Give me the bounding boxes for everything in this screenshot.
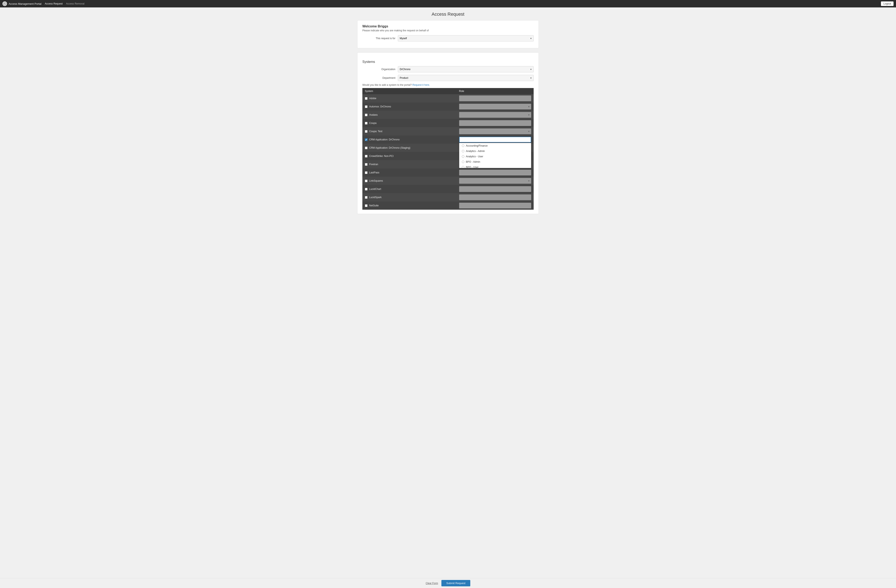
system-checkbox[interactable]	[365, 122, 367, 125]
table-row: CRM Application: DrChronoAccounting/Fina…	[363, 135, 533, 144]
table-row: Avalara▼	[363, 111, 533, 119]
system-checkbox[interactable]	[365, 204, 367, 207]
systems-card: Systems Organization DrChrono ▼ Departme…	[357, 52, 539, 214]
logout-button[interactable]: Logout	[881, 2, 893, 6]
role-select[interactable]	[459, 112, 531, 118]
role-select-wrapper: ▼	[459, 112, 531, 118]
dropdown-item-label: Accounting/Finance	[466, 144, 488, 147]
role-bar	[459, 96, 531, 101]
request-system-link[interactable]: Request it here.	[413, 84, 430, 87]
dropdown-popup-inner: Accounting/FinanceAnalytics - AdminAnaly…	[459, 143, 531, 168]
system-name: LastPass	[369, 171, 379, 174]
role-bar	[459, 170, 531, 175]
welcome-card: Welcome Briggs Please indicate who you a…	[357, 20, 539, 48]
systems-table: System Role AdobeAutomox: DrChrono▼Avala…	[363, 88, 533, 210]
role-select[interactable]	[459, 104, 531, 109]
system-checkbox[interactable]	[365, 155, 367, 158]
role-cell: ▼	[457, 111, 534, 119]
request-for-row: This request is for Myself Someone else …	[363, 35, 533, 41]
request-for-label: This request is for	[363, 37, 395, 40]
dropdown-item[interactable]: BPO - User	[459, 164, 531, 168]
system-cell: CRM Application: DrChrono (Staging)	[363, 144, 457, 152]
role-cell	[457, 193, 534, 201]
system-check-wrapper: Adobe	[365, 97, 454, 100]
dropdown-radio-icon	[462, 166, 464, 168]
table-row: NetSuite	[363, 201, 533, 210]
crm-role-input[interactable]	[459, 137, 531, 143]
dropdown-item-label: Analytics - Admin	[466, 150, 485, 153]
system-name: LucidSpark	[369, 196, 382, 199]
request-for-select[interactable]: Myself Someone else	[398, 35, 533, 41]
system-cell: LastPass	[363, 169, 457, 177]
system-check-wrapper: CrowdStrike: Non-PCI	[365, 155, 454, 158]
system-name: Adobe	[369, 97, 376, 100]
role-cell	[457, 169, 534, 177]
dept-row: Department Product Engineering Finance ▼	[363, 75, 533, 81]
col-system: System	[363, 88, 457, 94]
system-checkbox[interactable]	[365, 188, 367, 190]
table-row: LucidSpark	[363, 193, 533, 201]
role-dropdown-popup: Accounting/FinanceAnalytics - AdminAnaly…	[459, 143, 531, 168]
system-checkbox[interactable]	[365, 114, 367, 116]
role-cell	[457, 119, 534, 127]
dept-select[interactable]: Product Engineering Finance	[398, 75, 533, 81]
system-name: CRM Application: DrChrono	[369, 138, 399, 141]
system-check-wrapper: NetSuite	[365, 204, 454, 207]
system-cell: Coupa	[363, 119, 457, 127]
dropdown-item-label: BPO - Admin	[466, 160, 480, 163]
system-checkbox[interactable]	[365, 97, 367, 100]
table-row: Adobe	[363, 94, 533, 102]
system-checkbox[interactable]	[365, 147, 367, 149]
system-cell: Avalara	[363, 111, 457, 119]
dropdown-radio-icon	[462, 155, 464, 158]
system-name: Fivetran	[369, 163, 378, 166]
system-checkbox[interactable]	[365, 196, 367, 199]
dropdown-item[interactable]: Analytics - User	[459, 154, 531, 159]
system-checkbox[interactable]	[365, 105, 367, 108]
system-cell: Automox: DrChrono	[363, 102, 457, 111]
system-cell: NetSuite	[363, 201, 457, 210]
dropdown-radio-icon	[462, 161, 464, 163]
system-name: CrowdStrike: Non-PCI	[369, 155, 393, 158]
role-bar	[459, 203, 531, 208]
system-cell: CrowdStrike: Non-PCI	[363, 152, 457, 160]
system-name: Coupa: Test	[369, 130, 382, 133]
dropdown-radio-icon	[462, 150, 464, 152]
system-check-wrapper: LucidChart	[365, 188, 454, 190]
role-select[interactable]	[459, 178, 531, 184]
table-row: LastPass	[363, 169, 533, 177]
role-cell	[457, 201, 534, 210]
system-check-wrapper: LastPass	[365, 171, 454, 174]
org-select[interactable]: DrChrono	[398, 66, 533, 72]
system-check-wrapper: LucidSpark	[365, 196, 454, 199]
role-bar	[459, 194, 531, 200]
role-select-wrapper: ▼	[459, 178, 531, 184]
table-header-row: System Role	[363, 88, 533, 94]
role-cell: ▼	[457, 127, 534, 135]
role-select-wrapper: ▼	[459, 128, 531, 134]
system-checkbox[interactable]	[365, 163, 367, 166]
system-name: Coupa	[369, 122, 376, 125]
org-wrapper: DrChrono ▼	[398, 66, 533, 72]
dropdown-item[interactable]: Accounting/Finance	[459, 143, 531, 149]
role-cell	[457, 185, 534, 193]
system-name: LinkSquares	[369, 179, 383, 182]
role-select[interactable]	[459, 128, 531, 134]
system-checkbox[interactable]	[365, 171, 367, 174]
system-check-wrapper: Coupa: Test	[365, 130, 454, 133]
dropdown-item[interactable]: BPO - Admin	[459, 159, 531, 164]
system-cell: CRM Application: DrChrono	[363, 135, 457, 144]
system-check-wrapper: Coupa	[365, 122, 454, 125]
crm-input-wrapper: Accounting/FinanceAnalytics - AdminAnaly…	[459, 137, 531, 143]
dropdown-radio-icon	[462, 144, 464, 147]
dropdown-item[interactable]: Analytics - Admin	[459, 149, 531, 154]
welcome-title: Welcome Briggs	[363, 24, 533, 28]
system-checkbox[interactable]	[365, 130, 367, 133]
system-checkbox[interactable]	[365, 138, 367, 141]
system-checkbox[interactable]	[365, 179, 367, 182]
system-name: LucidChart	[369, 188, 381, 190]
org-row: Organization DrChrono ▼	[363, 66, 533, 72]
nav-access-removal[interactable]: Access Removal	[66, 2, 84, 5]
org-label: Organization	[363, 68, 395, 71]
nav-access-request[interactable]: Access Request	[45, 2, 63, 5]
